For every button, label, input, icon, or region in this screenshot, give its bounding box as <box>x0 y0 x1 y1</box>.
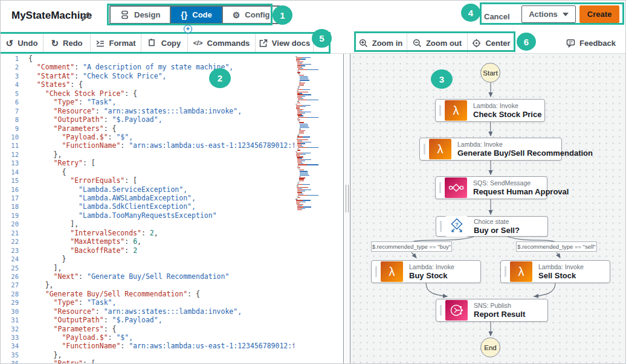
lambda-icon: λ <box>445 100 467 121</box>
state-node-sell-stock[interactable]: λ Lambda: Invoke Sell Stock <box>500 260 610 283</box>
state-name-label: Buy Stock <box>409 271 454 280</box>
annotation-badge-1: 1 <box>273 5 292 25</box>
copy-icon <box>148 39 157 48</box>
sns-icon <box>445 300 468 321</box>
design-icon <box>120 10 129 19</box>
mode-tab-group: Design {} Code ⚙ Config <box>109 5 280 24</box>
annotation-badge-6: 6 <box>517 33 536 51</box>
drag-handle-icon <box>439 105 441 116</box>
edge-condition-sell: $.recommended_type == "sell" <box>516 241 597 252</box>
tab-code[interactable]: {} Code <box>170 7 221 23</box>
redo-icon: ↻ <box>51 39 59 48</box>
plus-pin-icon: + <box>184 25 192 33</box>
zoom-out-button[interactable]: Zoom out <box>407 33 468 53</box>
actions-label: Actions <box>529 10 558 19</box>
panel-splitter[interactable] <box>344 54 350 364</box>
lambda-icon: λ <box>510 261 532 282</box>
header-bar: MyStateMachine Design {} Code ⚙ Config <box>1 1 626 33</box>
state-node-report-result[interactable]: SNS: Publish Report Result <box>436 299 548 322</box>
format-button[interactable]: Format <box>91 33 141 53</box>
cancel-button[interactable]: Cancel <box>484 12 510 21</box>
drag-handle-icon <box>440 221 442 232</box>
commands-label: Commands <box>207 39 250 48</box>
state-node-request-human-approval[interactable]: SQS: SendMessage Request Human Approval <box>435 176 547 199</box>
annotation-badge-5: 5 <box>312 29 332 48</box>
state-node-check-stock-price[interactable]: λ Lambda: Invoke Check Stock Price <box>435 99 545 122</box>
code-icon: {} <box>181 11 187 19</box>
external-link-icon <box>259 39 268 48</box>
commands-button[interactable]: </> Commands <box>188 33 256 53</box>
zoom-out-label: Zoom out <box>426 39 462 48</box>
sqs-icon <box>445 177 467 198</box>
tab-design[interactable]: Design <box>111 7 170 23</box>
code-editor[interactable]: 1{2 "Comment": "A description of my stat… <box>1 54 344 364</box>
state-type-label: Lambda: Invoke <box>538 263 584 271</box>
state-type-label: Lambda: Invoke <box>409 263 454 271</box>
annotation-badge-3: 3 <box>431 69 453 89</box>
state-name-label: Sell Stock <box>538 271 584 280</box>
center-icon <box>472 39 481 48</box>
config-gear-icon: ⚙ <box>233 11 240 19</box>
zoom-in-icon <box>359 39 368 48</box>
edge-condition-buy: $.recommended_type == "buy" <box>371 241 452 252</box>
center-button[interactable]: Center <box>468 33 515 53</box>
copy-label: Copy <box>161 39 181 48</box>
end-node[interactable]: End <box>480 337 500 357</box>
annotation-badge-4: 4 <box>461 4 480 22</box>
feedback-bubble-icon <box>566 39 575 48</box>
state-type-label: Choice state <box>474 218 520 226</box>
state-name-label: Buy or Sell? <box>474 226 520 235</box>
edit-title-pencil-icon[interactable] <box>80 11 91 22</box>
chevron-down-icon <box>563 13 569 16</box>
zoom-out-icon <box>413 39 422 48</box>
state-node-generate-recommendation[interactable]: λ Lambda: Invoke Generate Buy/Sell Recom… <box>419 138 562 161</box>
annotation-badge-2: 2 <box>209 68 231 88</box>
start-node[interactable]: Start <box>480 63 500 83</box>
tab-config[interactable]: ⚙ Config <box>222 7 280 23</box>
state-name-label: Check Stock Price <box>473 110 541 119</box>
redo-button[interactable]: ↻ Redo <box>44 33 91 53</box>
zoom-in-button[interactable]: Zoom in <box>354 33 407 53</box>
redo-label: Redo <box>63 39 83 48</box>
undo-button[interactable]: ↺ Undo <box>1 33 44 53</box>
copy-button[interactable]: Copy <box>141 33 188 53</box>
actions-dropdown-button[interactable]: Actions <box>521 5 576 23</box>
commands-icon: </> <box>193 39 203 46</box>
feedback-label: Feedback <box>579 39 616 48</box>
format-label: Format <box>109 39 135 48</box>
state-name-label: Request Human Approval <box>473 187 547 196</box>
state-name-label: Generate Buy/Sell Recommendation <box>457 148 561 158</box>
format-icon <box>95 39 105 48</box>
lambda-icon: λ <box>429 139 451 159</box>
center-label: Center <box>485 39 510 48</box>
minimap[interactable] <box>295 56 343 237</box>
state-node-buy-or-sell[interactable]: ? Choice state Buy or Sell? <box>436 216 548 237</box>
drag-handle-icon <box>439 182 441 193</box>
tab-design-label: Design <box>134 10 160 19</box>
splitter-handle-icon <box>346 185 349 212</box>
undo-icon: ↺ <box>6 39 14 48</box>
view-docs-label: View docs <box>272 39 310 48</box>
tab-code-label: Code <box>192 10 212 19</box>
state-type-label: SQS: SendMessage <box>473 179 547 187</box>
drag-handle-icon <box>375 266 377 277</box>
state-name-label: Report Result <box>474 310 525 319</box>
state-type-label: SNS: Publish <box>474 302 525 310</box>
create-button[interactable]: Create <box>579 5 619 23</box>
feedback-button[interactable]: Feedback <box>561 33 621 54</box>
lambda-icon: λ <box>381 261 403 282</box>
drag-handle-icon <box>505 266 506 277</box>
tab-config-label: Config <box>245 10 269 19</box>
drag-handle-icon <box>424 144 425 155</box>
choice-icon: ? <box>445 216 468 237</box>
editor-toolbar: ↺ Undo ↻ Redo Format Copy </> Commands <box>1 33 350 54</box>
workflow-studio-window: MyStateMachine Design {} Code ⚙ Config <box>0 0 626 364</box>
state-type-label: Lambda: Invoke <box>473 102 541 110</box>
svg-text:?: ? <box>455 222 459 228</box>
undo-label: Undo <box>18 39 37 48</box>
zoom-in-label: Zoom in <box>372 39 403 48</box>
view-docs-button[interactable]: View docs <box>256 33 314 53</box>
workflow-canvas[interactable]: Start λ Lambda: Invoke Check Stock Price… <box>350 54 626 364</box>
state-type-label: Lambda: Invoke <box>457 141 561 148</box>
state-node-buy-stock[interactable]: λ Lambda: Invoke Buy Stock <box>371 260 481 283</box>
